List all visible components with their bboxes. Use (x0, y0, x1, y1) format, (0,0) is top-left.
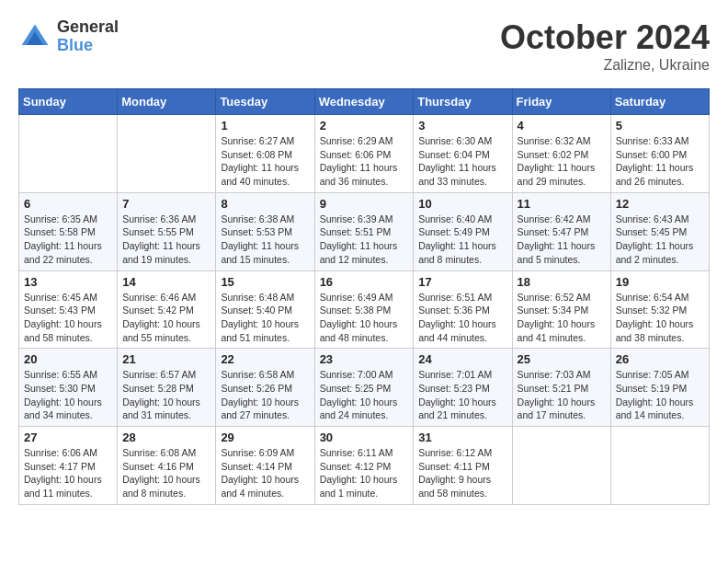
day-info: Sunrise: 6:29 AM Sunset: 6:06 PM Dayligh… (320, 134, 409, 189)
day-number: 6 (24, 197, 112, 211)
day-number: 14 (122, 275, 210, 289)
day-info: Sunrise: 7:05 AM Sunset: 5:19 PM Dayligh… (616, 368, 704, 422)
location: Zalizne, Ukraine (500, 57, 710, 74)
day-info: Sunrise: 6:54 AM Sunset: 5:32 PM Dayligh… (616, 291, 704, 345)
day-info: Sunrise: 6:30 AM Sunset: 6:04 PM Dayligh… (418, 134, 506, 189)
day-number: 2 (320, 119, 409, 132)
day-number: 1 (221, 119, 309, 132)
calendar-cell: 12Sunrise: 6:43 AM Sunset: 5:45 PM Dayli… (610, 192, 709, 270)
calendar-cell: 2Sunrise: 6:29 AM Sunset: 6:06 PM Daylig… (314, 115, 414, 193)
month-title: October 2024 (500, 18, 710, 57)
day-number: 16 (320, 275, 409, 289)
calendar-cell: 18Sunrise: 6:52 AM Sunset: 5:34 PM Dayli… (512, 270, 610, 349)
calendar-table: SundayMondayTuesdayWednesdayThursdayFrid… (18, 88, 710, 505)
day-of-week-header: Saturday (610, 89, 709, 115)
day-info: Sunrise: 6:36 AM Sunset: 5:55 PM Dayligh… (122, 213, 210, 267)
day-of-week-header: Monday (118, 89, 216, 115)
calendar-week-row: 1Sunrise: 6:27 AM Sunset: 6:08 PM Daylig… (19, 115, 710, 193)
day-number: 22 (221, 352, 309, 366)
day-number: 26 (616, 352, 704, 366)
calendar-cell: 9Sunrise: 6:39 AM Sunset: 5:51 PM Daylig… (314, 192, 414, 270)
calendar-week-row: 27Sunrise: 6:06 AM Sunset: 4:17 PM Dayli… (19, 427, 710, 505)
day-info: Sunrise: 6:57 AM Sunset: 5:28 PM Dayligh… (122, 368, 210, 422)
calendar-cell: 6Sunrise: 6:35 AM Sunset: 5:58 PM Daylig… (19, 192, 118, 270)
page-header: General Blue October 2024 Zalizne, Ukrai… (18, 18, 710, 74)
logo-general: General (57, 18, 119, 37)
day-of-week-header: Friday (512, 89, 610, 115)
calendar-cell: 22Sunrise: 6:58 AM Sunset: 5:26 PM Dayli… (216, 349, 314, 427)
day-number: 19 (616, 275, 704, 289)
day-info: Sunrise: 6:40 AM Sunset: 5:49 PM Dayligh… (418, 213, 506, 267)
calendar-cell: 1Sunrise: 6:27 AM Sunset: 6:08 PM Daylig… (216, 115, 314, 193)
day-info: Sunrise: 6:55 AM Sunset: 5:30 PM Dayligh… (24, 368, 112, 422)
day-number: 21 (122, 352, 210, 366)
calendar-cell: 10Sunrise: 6:40 AM Sunset: 5:49 PM Dayli… (414, 192, 512, 270)
day-info: Sunrise: 6:45 AM Sunset: 5:43 PM Dayligh… (24, 291, 112, 345)
calendar-cell: 16Sunrise: 6:49 AM Sunset: 5:38 PM Dayli… (314, 270, 414, 349)
day-of-week-header: Sunday (19, 89, 118, 115)
day-info: Sunrise: 6:38 AM Sunset: 5:53 PM Dayligh… (221, 213, 309, 267)
day-info: Sunrise: 6:33 AM Sunset: 6:00 PM Dayligh… (616, 134, 704, 189)
calendar-cell: 31Sunrise: 6:12 AM Sunset: 4:11 PM Dayli… (414, 427, 512, 505)
calendar-cell: 4Sunrise: 6:32 AM Sunset: 6:02 PM Daylig… (512, 115, 610, 193)
day-info: Sunrise: 6:32 AM Sunset: 6:02 PM Dayligh… (518, 134, 606, 189)
calendar-cell: 28Sunrise: 6:08 AM Sunset: 4:16 PM Dayli… (118, 427, 216, 505)
calendar-week-row: 6Sunrise: 6:35 AM Sunset: 5:58 PM Daylig… (19, 192, 710, 270)
day-number: 5 (616, 119, 704, 132)
calendar-cell: 7Sunrise: 6:36 AM Sunset: 5:55 PM Daylig… (118, 192, 216, 270)
day-of-week-header: Tuesday (216, 89, 314, 115)
day-info: Sunrise: 6:35 AM Sunset: 5:58 PM Dayligh… (24, 213, 112, 267)
calendar-week-row: 20Sunrise: 6:55 AM Sunset: 5:30 PM Dayli… (19, 349, 710, 427)
day-info: Sunrise: 6:42 AM Sunset: 5:47 PM Dayligh… (518, 213, 606, 267)
calendar-cell: 20Sunrise: 6:55 AM Sunset: 5:30 PM Dayli… (19, 349, 118, 427)
day-info: Sunrise: 6:09 AM Sunset: 4:14 PM Dayligh… (221, 446, 309, 500)
day-number: 7 (122, 197, 210, 211)
day-number: 30 (320, 431, 409, 444)
day-info: Sunrise: 6:06 AM Sunset: 4:17 PM Dayligh… (24, 446, 112, 500)
day-info: Sunrise: 6:43 AM Sunset: 5:45 PM Dayligh… (616, 213, 704, 267)
calendar-cell: 17Sunrise: 6:51 AM Sunset: 5:36 PM Dayli… (414, 270, 512, 349)
day-number: 17 (418, 275, 506, 289)
calendar-cell: 19Sunrise: 6:54 AM Sunset: 5:32 PM Dayli… (610, 270, 709, 349)
day-number: 4 (518, 119, 606, 132)
day-info: Sunrise: 6:48 AM Sunset: 5:40 PM Dayligh… (221, 291, 309, 345)
calendar-cell: 25Sunrise: 7:03 AM Sunset: 5:21 PM Dayli… (512, 349, 610, 427)
day-of-week-header: Wednesday (314, 89, 414, 115)
day-info: Sunrise: 6:39 AM Sunset: 5:51 PM Dayligh… (320, 213, 409, 267)
day-number: 23 (320, 352, 409, 366)
calendar-header-row: SundayMondayTuesdayWednesdayThursdayFrid… (19, 89, 710, 115)
logo: General Blue (18, 18, 119, 55)
day-info: Sunrise: 6:12 AM Sunset: 4:11 PM Dayligh… (418, 446, 506, 500)
day-info: Sunrise: 6:46 AM Sunset: 5:42 PM Dayligh… (122, 291, 210, 345)
day-number: 3 (418, 119, 506, 132)
day-number: 27 (24, 431, 112, 444)
day-number: 25 (518, 352, 606, 366)
logo-blue: Blue (57, 37, 119, 55)
day-number: 10 (418, 197, 506, 211)
day-of-week-header: Thursday (414, 89, 512, 115)
day-info: Sunrise: 6:49 AM Sunset: 5:38 PM Dayligh… (320, 291, 409, 345)
day-info: Sunrise: 6:11 AM Sunset: 4:12 PM Dayligh… (320, 446, 409, 500)
calendar-cell: 11Sunrise: 6:42 AM Sunset: 5:47 PM Dayli… (512, 192, 610, 270)
logo-icon (18, 20, 51, 53)
calendar-cell: 21Sunrise: 6:57 AM Sunset: 5:28 PM Dayli… (118, 349, 216, 427)
day-info: Sunrise: 6:51 AM Sunset: 5:36 PM Dayligh… (418, 291, 506, 345)
calendar-cell: 8Sunrise: 6:38 AM Sunset: 5:53 PM Daylig… (216, 192, 314, 270)
day-info: Sunrise: 7:03 AM Sunset: 5:21 PM Dayligh… (518, 368, 606, 422)
day-number: 28 (122, 431, 210, 444)
calendar-cell (610, 427, 709, 505)
calendar-cell: 15Sunrise: 6:48 AM Sunset: 5:40 PM Dayli… (216, 270, 314, 349)
logo-text: General Blue (57, 18, 119, 55)
calendar-cell (19, 115, 118, 193)
day-number: 9 (320, 197, 409, 211)
title-block: October 2024 Zalizne, Ukraine (500, 18, 710, 74)
day-number: 15 (221, 275, 309, 289)
day-info: Sunrise: 7:01 AM Sunset: 5:23 PM Dayligh… (418, 368, 506, 422)
calendar-cell: 23Sunrise: 7:00 AM Sunset: 5:25 PM Dayli… (314, 349, 414, 427)
calendar-cell (118, 115, 216, 193)
day-number: 20 (24, 352, 112, 366)
day-number: 24 (418, 352, 506, 366)
day-number: 31 (418, 431, 506, 444)
calendar-cell (512, 427, 610, 505)
calendar-cell: 26Sunrise: 7:05 AM Sunset: 5:19 PM Dayli… (610, 349, 709, 427)
